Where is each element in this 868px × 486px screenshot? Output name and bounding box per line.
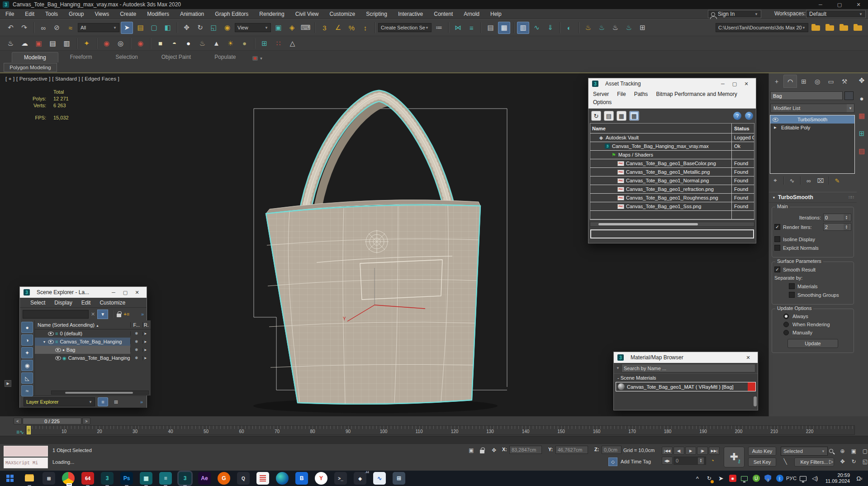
close-button[interactable]: ✕ (740, 81, 752, 87)
absolute-mode-icon[interactable]: ✥ (489, 446, 498, 454)
iterations-field[interactable]: 0▲▼ (823, 214, 851, 221)
scene-row[interactable]: ▼≡Canvas_Tote_Bag_Hanging❄➤ (35, 338, 151, 346)
floppy-app[interactable] (256, 472, 269, 485)
camera-sequencer-icon[interactable]: ◉ (100, 37, 113, 49)
default-material-icon[interactable]: ● (182, 37, 194, 49)
cone-icon[interactable]: ▲ (210, 37, 223, 49)
isoline-display-checkbox[interactable] (774, 236, 780, 242)
menu-interactive[interactable]: Interactive (393, 9, 428, 19)
display-spacewarps-icon[interactable]: ≈ (21, 385, 33, 396)
display-lights-icon[interactable]: ✦ (21, 347, 33, 358)
menu-scripting[interactable]: Scripting (360, 9, 393, 19)
utorrent-icon[interactable]: U (750, 472, 762, 484)
app-64[interactable]: 64 (81, 472, 94, 485)
horizontal-scrollbar[interactable] (590, 222, 754, 227)
override-material-icon[interactable]: ■ (154, 37, 166, 49)
telegram-icon[interactable]: ➤ (715, 472, 727, 484)
align-icon[interactable]: ≡ (465, 22, 478, 34)
object-name-field[interactable]: Bag (770, 91, 843, 100)
expand-tray-button[interactable]: ▶ (5, 380, 11, 387)
undo-icon[interactable]: ↶ (5, 22, 17, 34)
render-flag-icon[interactable]: ➤ (142, 332, 151, 336)
update-button[interactable]: Update (787, 339, 838, 348)
selection-filter-dropdown[interactable]: All▼ (78, 23, 119, 32)
yandex-app[interactable]: Y (315, 472, 327, 485)
remove-modifier-icon[interactable]: ⌧ (815, 176, 826, 186)
asset-row[interactable]: 3Canvas_Tote_Bag_Hanging_max_vray.maxOk (590, 142, 754, 151)
render-setup-icon[interactable]: ♨ (582, 22, 594, 34)
spinner-control[interactable]: ▲▼ (844, 224, 849, 230)
visibility-eye-icon[interactable] (55, 348, 61, 352)
menu-modifiers[interactable]: Modifiers (142, 9, 175, 19)
select-and-move-icon[interactable]: ✥ (180, 22, 193, 34)
pan-view-icon[interactable]: ✥ (837, 457, 848, 466)
angle-snap-icon[interactable]: ∠ (332, 22, 344, 34)
unlink-selection-icon[interactable]: ⊘ (51, 22, 63, 34)
state-sets-icon[interactable]: ◉ (134, 37, 147, 49)
previous-frame-button[interactable]: < (14, 418, 22, 424)
make-unique-icon[interactable]: ∞ (803, 176, 814, 186)
bind-to-space-warp-icon[interactable]: ≈ (64, 22, 76, 34)
help-icon[interactable]: ? (733, 112, 741, 120)
ribbon-tab-object-paint[interactable]: Object Paint (150, 52, 203, 62)
3ds-max-app[interactable]: 3 (101, 472, 114, 485)
lock-icon[interactable] (117, 314, 121, 317)
z-coordinate-field[interactable]: 0,0cm (602, 446, 621, 454)
zoom-region-icon[interactable]: ▢ (860, 446, 868, 456)
percent-snap-icon[interactable]: % (346, 22, 358, 34)
schematic-view-icon[interactable]: ⇓ (544, 22, 556, 34)
menu-animation[interactable]: Animation (175, 9, 209, 19)
keyboard-override-icon[interactable]: ⌨ (299, 22, 312, 34)
clear-search-icon[interactable]: ✕ (91, 311, 95, 317)
render-iterative-icon[interactable]: ♨ (623, 22, 635, 34)
menu-customize[interactable]: Customize (95, 300, 129, 306)
menu-graph-editors[interactable]: Graph Editors (209, 9, 254, 19)
display-cast-icon[interactable] (739, 472, 750, 484)
mirror-icon[interactable]: ⋈ (452, 22, 464, 34)
widget-app[interactable]: ⊞ (43, 472, 55, 485)
cloud-rendering-icon[interactable]: ☁ (19, 37, 31, 49)
freeze-icon[interactable]: ❄ (130, 348, 142, 352)
menu-server[interactable]: Server (593, 90, 609, 98)
edit-named-selections-icon[interactable]: ≔ (433, 22, 445, 34)
snaps-toggle-icon[interactable]: 3 (318, 22, 331, 34)
track-bar[interactable] (0, 436, 868, 443)
spinner-snap-icon[interactable]: ↕ (359, 22, 371, 34)
window-crossing-icon[interactable]: ◧ (161, 22, 174, 34)
display-shapes-icon[interactable]: ◑ (21, 334, 33, 346)
scene-row[interactable]: ●Bag❄➤ (35, 346, 151, 354)
steering-wheel-icon[interactable]: ✥ (856, 75, 867, 86)
chevron-down-icon[interactable]: ▼ (616, 366, 620, 370)
project-structure-icon[interactable] (839, 24, 849, 32)
asset-row[interactable]: PNGCanvas_Tote_Bag_geo1_Sss.pngFound (590, 202, 754, 211)
substance-app[interactable]: ▦ (140, 472, 152, 485)
layer-manager-icon[interactable]: ▤ (484, 22, 497, 34)
freeze-icon[interactable]: ❄ (130, 339, 142, 344)
explicit-normals-checkbox[interactable] (774, 245, 780, 251)
asset-row[interactable]: ⚑Maps / Shaders (590, 151, 754, 159)
asset-tracking-titlebar[interactable]: 3 Asset Tracking ─ ▢ ✕ (588, 78, 756, 89)
visibility-eye-icon[interactable] (48, 340, 54, 344)
auto-key-button[interactable]: Auto Key (748, 447, 776, 456)
context-help-icon[interactable]: ? (745, 112, 753, 120)
use-pivot-center-icon[interactable]: ▣ (272, 22, 285, 34)
stack-item-turbosmooth[interactable]: TurboSmooth (770, 115, 854, 124)
previous-key-button[interactable]: ◀| (674, 447, 684, 455)
lattice-icon[interactable]: △ (286, 37, 299, 49)
select-and-scale-icon[interactable]: ◱ (208, 22, 220, 34)
scene-row[interactable]: ≡0 (default)❄➤ (35, 329, 151, 338)
menu-arnold[interactable]: Arnold (458, 9, 485, 19)
freeze-icon[interactable]: ❄ (130, 331, 142, 336)
menu-file[interactable]: File (617, 90, 626, 98)
menu-select[interactable]: Select (26, 300, 49, 306)
maxscript-mini-listener-pink[interactable] (4, 446, 48, 457)
b-app[interactable]: B (295, 472, 308, 485)
bluetooth-icon[interactable]: ᛒ (774, 472, 786, 484)
menu-create[interactable]: Create (114, 9, 142, 19)
configure-modifier-sets-icon[interactable]: ✎ (832, 176, 843, 186)
object-color-swatch[interactable] (844, 91, 854, 100)
file-explorer-app[interactable] (23, 472, 36, 485)
photoshop-app[interactable]: Ps (120, 472, 133, 485)
stacked-layers-icon[interactable]: ▦ (856, 110, 867, 121)
minimize-button[interactable]: ─ (811, 0, 830, 9)
